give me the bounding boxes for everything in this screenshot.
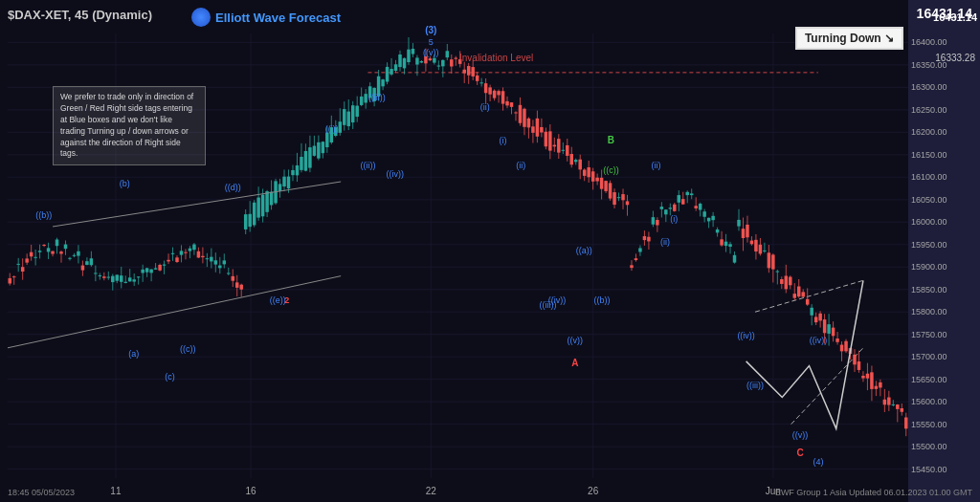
chart-container: $DAX-XET, 45 (Dynamic) Elliott Wave Fore… (0, 0, 980, 502)
